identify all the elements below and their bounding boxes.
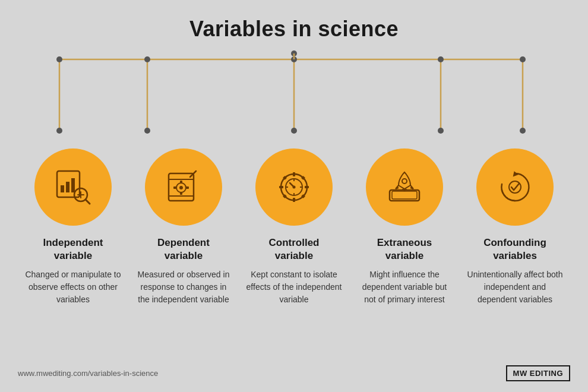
circle-independent bbox=[34, 148, 112, 226]
svg-rect-42 bbox=[305, 186, 309, 188]
circle-dependent bbox=[145, 148, 222, 226]
svg-rect-39 bbox=[293, 172, 295, 176]
card-desc-dependent: Measured or observed in response to chan… bbox=[135, 268, 233, 306]
svg-rect-21 bbox=[66, 182, 69, 192]
svg-rect-40 bbox=[293, 198, 295, 202]
card-desc-extraneous: Might influence the dependent variable b… bbox=[356, 268, 454, 306]
svg-point-53 bbox=[293, 186, 296, 189]
footer-logo: MW EDITING bbox=[506, 365, 570, 381]
svg-point-15 bbox=[438, 128, 444, 134]
svg-rect-41 bbox=[279, 186, 283, 188]
card-extraneous: Extraneousvariable Might influence the d… bbox=[356, 148, 454, 306]
circle-extraneous bbox=[366, 148, 443, 226]
svg-line-24 bbox=[86, 200, 90, 204]
svg-point-56 bbox=[402, 179, 407, 184]
card-title-confounding: Confoundingvariables bbox=[483, 236, 546, 263]
circle-controlled bbox=[255, 148, 333, 226]
svg-rect-35 bbox=[186, 186, 189, 189]
svg-point-31 bbox=[179, 186, 183, 189]
card-title-dependent: Dependentvariable bbox=[157, 236, 210, 263]
svg-point-10 bbox=[438, 56, 444, 62]
svg-rect-55 bbox=[392, 191, 417, 199]
chart-magnify-icon bbox=[52, 166, 94, 208]
svg-point-11 bbox=[520, 56, 526, 62]
svg-point-16 bbox=[520, 128, 526, 134]
svg-rect-20 bbox=[61, 185, 64, 192]
svg-rect-22 bbox=[71, 178, 75, 192]
footer: www.mwediting.com/variables-in-science M… bbox=[0, 365, 588, 381]
page-title: Variables in science bbox=[0, 0, 588, 42]
card-desc-independent: Changed or manipulate to observe effects… bbox=[24, 268, 122, 306]
card-desc-confounding: Unintentionally affect both independent … bbox=[466, 268, 564, 306]
svg-rect-34 bbox=[173, 186, 176, 189]
svg-point-8 bbox=[144, 56, 150, 62]
connector-svg bbox=[0, 48, 588, 154]
svg-rect-32 bbox=[180, 181, 182, 184]
card-desc-controlled: Kept constant to isolate effects of the … bbox=[245, 268, 343, 306]
rocket-laptop-icon bbox=[384, 166, 425, 208]
card-title-controlled: Controlledvariable bbox=[269, 236, 320, 263]
gauge-gear-icon bbox=[273, 166, 315, 208]
cycle-check-icon bbox=[494, 166, 536, 208]
card-controlled: Controlledvariable Kept constant to isol… bbox=[245, 148, 343, 306]
svg-point-14 bbox=[291, 128, 297, 134]
svg-rect-33 bbox=[180, 192, 182, 195]
cards-row: Independentvariable Changed or manipulat… bbox=[0, 148, 588, 306]
svg-point-7 bbox=[56, 56, 62, 62]
card-title-extraneous: Extraneousvariable bbox=[377, 236, 432, 263]
card-confounding: Confoundingvariables Unintentionally aff… bbox=[466, 148, 564, 306]
circle-confounding bbox=[476, 148, 554, 226]
svg-point-12 bbox=[56, 128, 62, 134]
footer-url: www.mwediting.com/variables-in-science bbox=[18, 369, 158, 378]
connector-area bbox=[0, 48, 588, 154]
card-independent: Independentvariable Changed or manipulat… bbox=[24, 148, 122, 306]
svg-point-13 bbox=[144, 128, 150, 134]
card-title-independent: Independentvariable bbox=[43, 236, 103, 263]
card-dependent: Dependentvariable Measured or observed i… bbox=[135, 148, 233, 306]
blueprint-gear-icon bbox=[163, 166, 204, 208]
